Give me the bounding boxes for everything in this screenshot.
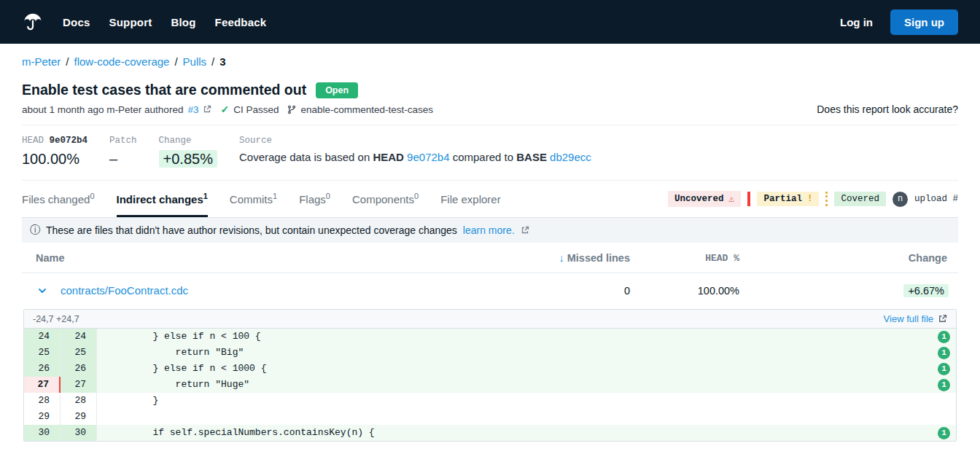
column-change[interactable]: Change	[739, 252, 958, 264]
old-line-number: 30	[24, 425, 61, 441]
code-text: return "Big"	[107, 345, 244, 361]
nav-docs[interactable]: Docs	[63, 16, 90, 28]
coverage-legend: Uncovered ⚠ Partial ! Covered n upload #	[668, 191, 958, 207]
sort-descending-icon: ↓	[559, 252, 564, 264]
pr-number-link[interactable]: #3	[187, 104, 198, 115]
breadcrumb-separator: /	[211, 55, 214, 68]
new-line-number: 28	[61, 393, 97, 409]
new-line-number: 26	[61, 361, 97, 377]
code-line: 30 30 if self.specialNumbers.containsKey…	[24, 425, 956, 441]
source-base-commit-link[interactable]: db29ecc	[550, 151, 591, 163]
breadcrumb-separator: /	[66, 55, 69, 68]
breadcrumb-owner[interactable]: m-Peter	[22, 55, 61, 68]
code-line: 24 24 } else if n < 100 {1	[24, 329, 956, 345]
legend-partial: Partial !	[757, 192, 819, 206]
column-name[interactable]: Name	[22, 252, 506, 264]
learn-more-link[interactable]: learn more.	[463, 224, 515, 236]
view-full-file-link[interactable]: View full file	[884, 313, 947, 324]
nav-support[interactable]: Support	[109, 16, 152, 28]
navbar-links: Docs Support Blog Feedback	[63, 16, 266, 28]
old-line-number: 26	[24, 361, 61, 377]
tab-commits[interactable]: Commits1	[230, 181, 277, 217]
signup-button[interactable]: Sign up	[890, 9, 958, 35]
patch-value: –	[109, 151, 137, 168]
partial-bar	[825, 192, 828, 206]
nav-feedback[interactable]: Feedback	[215, 16, 267, 28]
breadcrumb-separator: /	[174, 55, 177, 68]
chevron-down-icon[interactable]	[37, 286, 47, 296]
breadcrumb-pulls[interactable]: Pulls	[183, 55, 207, 68]
column-head-percent[interactable]: HEAD %	[630, 253, 739, 264]
banner-text: These are files that didn't have author …	[46, 224, 457, 236]
indirect-changes-banner: ⓘ These are files that didn't have autho…	[22, 218, 958, 243]
new-line-number: 25	[61, 345, 97, 361]
tab-files-changed[interactable]: Files changed0	[22, 181, 95, 217]
change-label: Change	[159, 136, 217, 146]
hit-count-badge: 1	[938, 379, 950, 391]
new-line-number: 27	[61, 377, 97, 393]
files-table-header: Name ↓ Missed lines HEAD % Change	[22, 243, 958, 273]
change-value: +0.85%	[159, 150, 217, 168]
breadcrumb: m-Peter / flow-code-coverage / Pulls / 3	[22, 44, 958, 68]
tab-file-explorer[interactable]: File explorer	[440, 181, 501, 217]
ci-check-icon: ✓	[220, 103, 229, 115]
file-head-percent: 100.00%	[630, 285, 739, 297]
source-label: Source	[239, 136, 591, 146]
code-text: }	[107, 393, 158, 409]
legend-covered: Covered	[834, 192, 886, 206]
tab-components[interactable]: Components0	[352, 181, 419, 217]
head-label: HEAD	[22, 136, 44, 146]
tab-flags[interactable]: Flags0	[299, 181, 330, 217]
external-link-icon[interactable]	[203, 105, 211, 114]
source-head-commit-link[interactable]: 9e072b4	[407, 151, 449, 163]
column-missed-lines[interactable]: ↓ Missed lines	[506, 252, 630, 264]
hit-count-badge: 1	[938, 427, 950, 439]
code-text: if self.specialNumbers.containsKey(n) {	[107, 425, 375, 441]
new-line-number: 29	[61, 409, 97, 425]
breadcrumb-repo[interactable]: flow-code-coverage	[74, 55, 170, 68]
new-line-number: 24	[61, 329, 97, 345]
coverage-summary: HEAD 9e072b4 100.00% Patch – Change +0.8…	[22, 125, 958, 181]
source-base-word: BASE	[516, 151, 547, 163]
file-link[interactable]: contracts/FooContract.cdc	[61, 284, 188, 297]
branch-icon	[287, 105, 296, 114]
warning-icon: ⚠	[729, 193, 735, 205]
authored-text: about 1 month ago m-Peter authored	[22, 104, 183, 115]
codecov-logo-icon[interactable]	[22, 11, 44, 33]
code-text: } else if n < 1000 {	[107, 361, 266, 377]
code-text: return "Huge"	[107, 377, 249, 393]
nav-blog[interactable]: Blog	[171, 16, 195, 28]
old-line-number: 24	[24, 329, 61, 345]
new-line-number: 30	[61, 425, 97, 441]
hit-count-badge: 1	[938, 331, 950, 343]
source-head-word: HEAD	[373, 151, 404, 163]
breadcrumb-pull-number: 3	[219, 55, 225, 68]
legend-uncovered: Uncovered ⚠	[668, 191, 741, 207]
page-title: Enable test cases that are commented out	[22, 82, 306, 98]
upload-number-icon: n	[892, 192, 908, 207]
old-line-number-uncovered: 27	[24, 377, 61, 393]
source-text: compared to	[450, 151, 517, 163]
file-change: +6.67%	[903, 284, 949, 297]
code-line: 27 27 return "Huge"1	[24, 377, 956, 393]
report-accuracy-prompt[interactable]: Does this report look accurate?	[817, 103, 958, 115]
partial-mark-icon: !	[807, 194, 813, 204]
external-link-icon[interactable]	[521, 226, 529, 235]
external-link-icon	[938, 314, 947, 324]
code-line: 26 26 } else if n < 1000 {1	[24, 361, 956, 377]
login-link[interactable]: Log in	[840, 16, 873, 28]
upload-label: upload #	[914, 194, 958, 204]
hit-count-badge: 1	[938, 363, 950, 375]
code-line: 28 28 }	[24, 393, 956, 409]
top-navbar: Docs Support Blog Feedback Log in Sign u…	[0, 0, 980, 44]
source-description: Coverage data is based on HEAD 9e072b4 c…	[239, 151, 591, 163]
old-line-number: 29	[24, 409, 61, 425]
diff-viewer: -24,7 +24,7 View full file 24 24 } else …	[23, 309, 957, 442]
old-line-number: 25	[24, 345, 61, 361]
tab-indirect-changes[interactable]: Indirect changes1	[117, 181, 208, 217]
pull-tabs: Files changed0 Indirect changes1 Commits…	[22, 181, 501, 217]
diff-hunk-range: -24,7 +24,7	[33, 314, 79, 324]
file-missed-lines: 0	[506, 285, 630, 297]
source-text: Coverage data is based on	[239, 151, 373, 163]
code-line: 29 29	[24, 409, 956, 425]
